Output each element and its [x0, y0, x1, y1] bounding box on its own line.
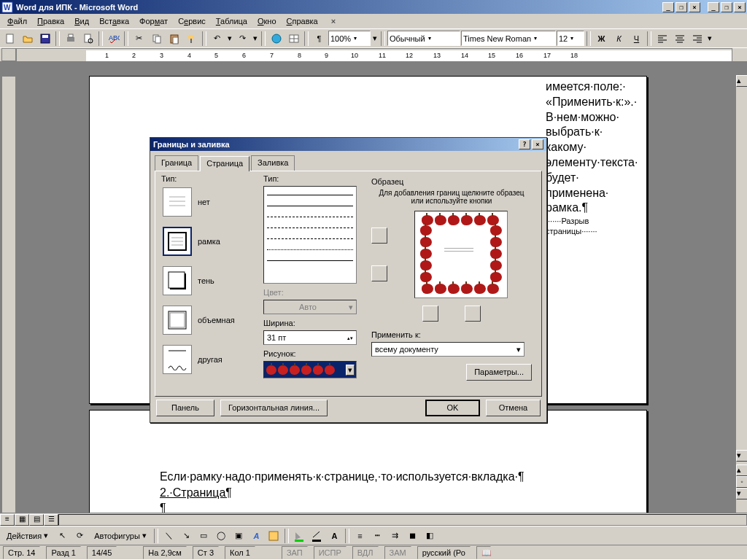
scroll-down-button[interactable]: ▾: [736, 450, 747, 462]
preview-box[interactable]: [414, 211, 508, 298]
status-language[interactable]: русский (Ро: [417, 546, 471, 559]
options-button[interactable]: Параметры...: [466, 364, 532, 381]
mdi-restore-button[interactable]: ❐: [676, 2, 687, 12]
app-restore-button[interactable]: ❐: [721, 2, 732, 12]
horizontal-ruler[interactable]: 123456789101112131415161718: [16, 48, 732, 62]
draw-actions-button[interactable]: Действия ▾: [1, 528, 53, 544]
cancel-button[interactable]: Отмена: [486, 400, 541, 416]
clipart-tool[interactable]: [266, 528, 282, 544]
font-color-button[interactable]: A: [326, 528, 343, 544]
preset-shadow[interactable]: тень: [161, 265, 249, 297]
tables-button[interactable]: [285, 31, 302, 47]
tab-border[interactable]: Граница: [155, 155, 198, 171]
menu-format[interactable]: Формат: [135, 15, 172, 27]
open-button[interactable]: [19, 31, 36, 47]
tab-shading[interactable]: Заливка: [251, 155, 295, 171]
menu-help[interactable]: Справка: [282, 15, 322, 27]
view-outline-button[interactable]: ☰: [44, 514, 58, 526]
oval-tool[interactable]: ◯: [213, 528, 230, 544]
format-painter-button[interactable]: [183, 31, 200, 47]
panel-button[interactable]: Панель: [156, 400, 214, 416]
undo-button[interactable]: ↶: [209, 31, 225, 47]
line-style-listbox[interactable]: [263, 186, 357, 284]
print-button[interactable]: [62, 31, 79, 47]
next-page-button[interactable]: ▾: [736, 488, 747, 499]
underline-button[interactable]: Ч: [628, 31, 645, 47]
vertical-ruler[interactable]: [1, 76, 16, 513]
view-print-button[interactable]: ▤: [29, 514, 44, 526]
top-border-toggle[interactable]: [371, 228, 387, 244]
scroll-up-button[interactable]: ▴: [736, 75, 747, 87]
menu-file[interactable]: Файл: [3, 15, 31, 27]
preset-3d[interactable]: объемная: [161, 304, 249, 336]
preset-box[interactable]: рамка: [161, 225, 249, 257]
show-marks-button[interactable]: ¶: [311, 31, 328, 47]
tab-selector[interactable]: [1, 48, 16, 61]
new-doc-button[interactable]: [1, 31, 18, 47]
menu-window[interactable]: Окно: [253, 15, 281, 27]
preset-none[interactable]: нет: [161, 186, 249, 218]
status-ext[interactable]: ВДЛ: [352, 546, 379, 559]
italic-button[interactable]: К: [611, 31, 627, 47]
font-select[interactable]: Times New Roman▾: [461, 31, 556, 46]
apply-to-select[interactable]: всему документу▾: [371, 342, 525, 357]
preview-button[interactable]: [80, 31, 96, 47]
toolbar-more-2[interactable]: ▾: [706, 31, 713, 47]
horizontal-scrollbar[interactable]: [58, 514, 747, 526]
save-button[interactable]: [36, 31, 53, 47]
bold-button[interactable]: Ж: [593, 31, 610, 47]
view-web-button[interactable]: ▦: [15, 514, 29, 526]
menu-tools[interactable]: Сервис: [174, 15, 210, 27]
browse-object-button[interactable]: ◦: [736, 476, 747, 488]
zoom-select[interactable]: 100%▾: [328, 31, 371, 46]
status-book-icon[interactable]: 📖: [476, 546, 491, 559]
document-page-2[interactable]: Если·рамку·надо·применять·к·странице,·то…: [89, 410, 647, 513]
arrow-tool[interactable]: ↘: [178, 528, 195, 544]
bottom-border-toggle[interactable]: [371, 265, 387, 281]
status-rec[interactable]: ЗАП: [282, 546, 308, 559]
menu-table[interactable]: Таблица: [212, 15, 252, 27]
view-normal-button[interactable]: ≡: [0, 514, 15, 526]
status-ovr[interactable]: ЗАМ: [384, 546, 411, 559]
cut-button[interactable]: ✂: [131, 31, 147, 47]
app-minimize-button[interactable]: _: [708, 2, 719, 12]
hyperlink-button[interactable]: [268, 31, 285, 47]
3d-button[interactable]: ◧: [422, 528, 438, 544]
size-select[interactable]: 12▾: [557, 31, 584, 46]
toolbar-more-1[interactable]: ▾: [371, 31, 379, 47]
vertical-scrollbar[interactable]: ▴ ▾ ▴ ◦ ▾: [735, 75, 747, 513]
line-tool[interactable]: ＼: [160, 528, 177, 544]
shadow-button[interactable]: ◼: [404, 528, 421, 544]
rect-tool[interactable]: ▭: [196, 528, 212, 544]
align-left-button[interactable]: [654, 31, 670, 47]
right-border-toggle[interactable]: [465, 306, 481, 322]
select-arrow-button[interactable]: ↖: [54, 528, 71, 544]
paste-button[interactable]: [166, 31, 182, 47]
dialog-help-button[interactable]: ?: [519, 139, 530, 149]
mdi-close-button[interactable]: ×: [689, 2, 700, 12]
redo-button[interactable]: ↷: [234, 31, 251, 47]
wordart-tool[interactable]: A: [248, 528, 265, 544]
copy-button[interactable]: [148, 31, 165, 47]
autoshapes-button[interactable]: Автофигуры ▾: [89, 528, 152, 544]
mdi-minimize-button[interactable]: _: [662, 2, 674, 12]
menu-insert[interactable]: Вставка: [95, 15, 133, 27]
line-color-button[interactable]: [309, 528, 325, 544]
prev-page-button[interactable]: ▴: [736, 464, 747, 476]
ok-button[interactable]: OK: [425, 400, 480, 416]
dialog-close-button[interactable]: ×: [532, 139, 543, 149]
fill-color-button[interactable]: [291, 528, 308, 544]
left-border-toggle[interactable]: [422, 306, 438, 322]
horizontal-line-button[interactable]: Горизонтальная линия...: [220, 400, 328, 416]
style-select[interactable]: Обычный▾: [387, 31, 460, 46]
arrow-style-button[interactable]: ⇉: [387, 528, 403, 544]
menu-edit[interactable]: Правка: [33, 15, 69, 27]
textbox-tool[interactable]: ▣: [231, 528, 247, 544]
line-weight-button[interactable]: ≡: [352, 528, 368, 544]
app-close-button[interactable]: ×: [734, 2, 746, 12]
preset-custom[interactable]: другая: [161, 343, 249, 376]
menu-view[interactable]: Вид: [70, 15, 93, 27]
redo-dropdown[interactable]: ▾: [252, 31, 259, 47]
dialog-titlebar[interactable]: Границы и заливка ? ×: [150, 138, 546, 151]
rotate-button[interactable]: ⟳: [71, 528, 88, 544]
